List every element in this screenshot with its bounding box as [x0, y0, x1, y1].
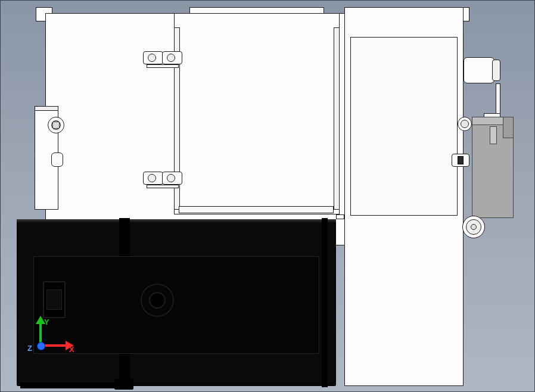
- standoff-top-link: [147, 64, 179, 68]
- cad-viewport[interactable]: Y X Z: [0, 0, 535, 392]
- center-plate-edge-right: [334, 27, 340, 210]
- orientation-triad[interactable]: Y X Z: [27, 318, 69, 368]
- lower-right-boss-inner: [471, 224, 477, 230]
- mount-bolt-left-hex: [52, 122, 60, 129]
- motor-strap: [114, 379, 133, 390]
- bridge-tab: [336, 214, 344, 219]
- mount-ear-left-slot: [51, 153, 63, 167]
- standoff-bottom-link: [147, 185, 179, 188]
- connector-stub: [464, 57, 494, 83]
- standoff-top-b-bolt: [167, 54, 175, 62]
- center-plate: [174, 13, 340, 214]
- motor-foot: [20, 382, 122, 388]
- motor-shaft-boss-inner: [149, 292, 166, 309]
- standoff-bottom-a-bolt: [148, 174, 156, 182]
- right-slot-pin: [458, 156, 464, 164]
- standoff-bottom-b-bolt: [167, 174, 175, 182]
- axis-z-dot-icon: [37, 342, 45, 350]
- motor-face: [33, 256, 319, 354]
- axis-z-label: Z: [27, 344, 32, 352]
- center-plate-bottom-edge: [179, 206, 334, 213]
- side-bracket-arm: [503, 117, 514, 138]
- mount-bolt-right-inner: [461, 120, 469, 128]
- standoff-top-a-bolt: [148, 54, 156, 62]
- right-pillar-face: [350, 37, 458, 216]
- axis-y-label: Y: [44, 318, 49, 326]
- axis-x-line: [42, 344, 68, 347]
- motor-top-highlight: [17, 219, 336, 223]
- side-bracket-slot: [490, 126, 497, 144]
- axis-x-label: X: [69, 346, 74, 353]
- motor-clamp-band-2: [322, 218, 328, 387]
- motor-connector-slot-inner: [46, 290, 62, 310]
- connector-cap: [492, 60, 500, 81]
- mount-ear-left-edge: [35, 106, 58, 111]
